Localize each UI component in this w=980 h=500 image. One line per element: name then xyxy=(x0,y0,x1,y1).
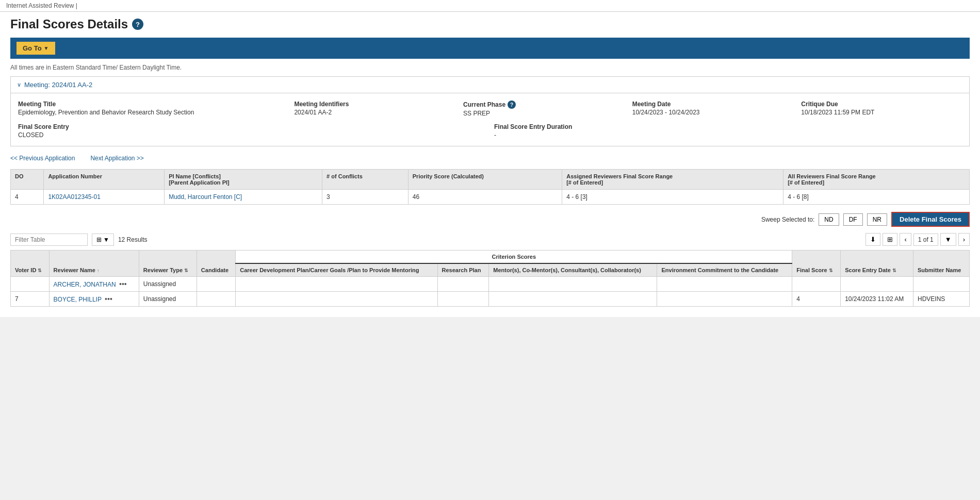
app-number: 1K02AA012345-01 xyxy=(44,190,165,205)
toolbar-bar: Go To ▼ xyxy=(10,38,970,59)
col-priority-score: Priority Score (Calculated) xyxy=(408,170,562,190)
filter-row: ⊞ ▼ 12 Results ⬇ ⊞ ‹ 1 of 1 ▼ › xyxy=(10,233,970,246)
delete-final-scores-button[interactable]: Delete Final Scores xyxy=(891,212,970,227)
page-info: 1 of 1 xyxy=(913,234,938,246)
table-row: ARCHER, JONATHAN ••• Unassigned xyxy=(11,277,970,292)
row1-career-dev xyxy=(236,277,437,292)
score-entry-date-sort-icon[interactable]: ⇅ xyxy=(892,268,896,273)
row1-submitter-name xyxy=(913,277,970,292)
th-research-plan: Research Plan xyxy=(437,263,489,277)
th-mentor: Mentor(s), Co-Mentor(s), Consultant(s), … xyxy=(489,263,657,277)
sweep-label: Sweep Selected to: xyxy=(761,216,814,223)
score-duration-block: Final Score Entry Duration - xyxy=(494,123,962,139)
grid-icon: ⊞ xyxy=(96,236,102,243)
col-app-number: Application Number xyxy=(44,170,165,190)
grid-view-button[interactable]: ⊞ xyxy=(883,233,897,246)
reviewer-type-sort-icon[interactable]: ⇅ xyxy=(184,268,188,273)
row1-reviewer-type: Unassigned xyxy=(139,277,197,292)
previous-application-link[interactable]: << Previous Application xyxy=(10,155,75,162)
final-score-sort-icon[interactable]: ⇅ xyxy=(829,268,833,273)
col-pi-name: PI Name [Conflicts][Parent Application P… xyxy=(165,170,322,190)
sweep-df-button[interactable]: DF xyxy=(843,213,863,226)
col-all-range: All Reviewers Final Score Range[# of Ent… xyxy=(783,170,970,190)
sweep-nr-button[interactable]: NR xyxy=(867,213,887,226)
row2-environment xyxy=(657,292,792,307)
results-table: Voter ID ⇅ Reviewer Name ↑ Reviewer Type… xyxy=(10,250,970,307)
reviewer-name-sort-icon[interactable]: ↑ xyxy=(97,268,100,273)
critique-due-value: 10/18/2023 11:59 PM EDT xyxy=(801,109,962,116)
timezone-note: All times are in Eastern Standard Time/ … xyxy=(10,64,970,71)
col-conflicts: # of Conflicts xyxy=(322,170,409,190)
phase-help-icon[interactable]: ? xyxy=(508,101,516,109)
app-pi-name: Mudd, Harcourt Fenton [C] xyxy=(165,190,322,205)
table-row: 7 BOYCE, PHILLIP ••• Unassigned 4 10/24/… xyxy=(11,292,970,307)
th-criterion-scores: Criterion Scores xyxy=(236,251,792,264)
filter-table-input[interactable] xyxy=(10,234,88,246)
row1-mentor xyxy=(489,277,657,292)
row2-actions-button[interactable]: ••• xyxy=(103,295,114,303)
meeting-grid2: Final Score Entry CLOSED Final Score Ent… xyxy=(18,123,962,139)
app-do: 4 xyxy=(11,190,44,205)
page-title: Final Scores Details xyxy=(10,17,128,31)
row1-voter-id xyxy=(11,277,50,292)
chevron-down-icon: ∨ xyxy=(17,81,21,88)
app-table-row: 4 1K02AA012345-01 Mudd, Harcourt Fenton … xyxy=(11,190,970,205)
th-environment: Environment Commitment to the Candidate xyxy=(657,263,792,277)
prev-page-button[interactable]: ‹ xyxy=(900,233,911,246)
col-do: DO xyxy=(11,170,44,190)
meeting-details: Meeting Title Epidemiology, Prevention a… xyxy=(11,93,969,146)
meeting-identifiers-label: Meeting Identifiers xyxy=(294,101,455,108)
meeting-phase-label: Current Phase ? xyxy=(463,101,624,109)
row2-research-plan xyxy=(437,292,489,307)
critique-due-block: Critique Due 10/18/2023 11:59 PM EDT xyxy=(801,101,962,117)
meeting-title-value: Epidemiology, Prevention and Behavior Re… xyxy=(18,109,286,116)
goto-button[interactable]: Go To ▼ xyxy=(17,42,55,55)
sweep-row: Sweep Selected to: ND DF NR Delete Final… xyxy=(10,212,970,227)
top-bar-label: Internet Assisted Review | xyxy=(6,2,77,9)
meeting-title-label: Meeting Title xyxy=(18,101,286,108)
meeting-header-label: Meeting: 2024/01 AA-2 xyxy=(24,81,92,89)
app-priority-score: 46 xyxy=(408,190,562,205)
page-container: Final Scores Details ? Go To ▼ All times… xyxy=(0,12,980,317)
grid-view-icon: ⊞ xyxy=(887,236,893,243)
meeting-date-block: Meeting Date 10/24/2023 - 10/24/2023 xyxy=(632,101,793,117)
th-reviewer-name: Reviewer Name ↑ xyxy=(49,251,139,277)
meeting-grid: Meeting Title Epidemiology, Prevention a… xyxy=(18,101,962,117)
meeting-title-block: Meeting Title Epidemiology, Prevention a… xyxy=(18,101,286,117)
score-entry-block: Final Score Entry CLOSED xyxy=(18,123,486,139)
page-dropdown-button[interactable]: ▼ xyxy=(940,233,956,246)
pagination-area: ⬇ ⊞ ‹ 1 of 1 ▼ › xyxy=(865,233,970,246)
sweep-nd-button[interactable]: ND xyxy=(819,213,839,226)
voter-id-sort-icon[interactable]: ⇅ xyxy=(38,268,42,273)
next-application-link[interactable]: Next Application >> xyxy=(90,155,143,162)
critique-due-label: Critique Due xyxy=(801,101,962,108)
score-entry-label: Final Score Entry xyxy=(18,123,486,130)
row1-final-score xyxy=(792,277,841,292)
columns-toggle-button[interactable]: ⊞ ▼ xyxy=(92,234,114,246)
th-submitter-name: Submitter Name xyxy=(913,251,970,277)
columns-caret-icon: ▼ xyxy=(103,236,109,243)
col-assigned-range: Assigned Reviewers Final Score Range[# o… xyxy=(562,170,783,190)
meeting-identifiers-value: 2024/01 AA-2 xyxy=(294,109,455,116)
row2-final-score: 4 xyxy=(792,292,841,307)
meeting-header[interactable]: ∨ Meeting: 2024/01 AA-2 xyxy=(11,77,969,93)
score-entry-value: CLOSED xyxy=(18,131,486,139)
meeting-identifiers-block: Meeting Identifiers 2024/01 AA-2 xyxy=(294,101,455,117)
help-icon[interactable]: ? xyxy=(132,19,143,30)
row1-score-entry-date xyxy=(841,277,913,292)
meeting-date-value: 10/24/2023 - 10/24/2023 xyxy=(632,109,793,116)
score-duration-label: Final Score Entry Duration xyxy=(494,123,962,130)
download-icon: ⬇ xyxy=(870,236,876,243)
row1-reviewer-name: ARCHER, JONATHAN ••• xyxy=(49,277,139,292)
app-all-range: 4 - 6 [8] xyxy=(783,190,970,205)
th-voter-id: Voter ID ⇅ xyxy=(11,251,50,277)
top-bar: Internet Assisted Review | xyxy=(0,0,980,12)
row2-candidate xyxy=(197,292,235,307)
app-conflicts: 3 xyxy=(322,190,409,205)
next-page-button[interactable]: › xyxy=(958,233,970,246)
download-button[interactable]: ⬇ xyxy=(865,233,880,246)
row2-score-entry-date: 10/24/2023 11:02 AM xyxy=(841,292,913,307)
th-reviewer-type: Reviewer Type ⇅ xyxy=(139,251,197,277)
th-candidate: Candidate xyxy=(197,251,235,277)
row1-actions-button[interactable]: ••• xyxy=(118,280,128,288)
